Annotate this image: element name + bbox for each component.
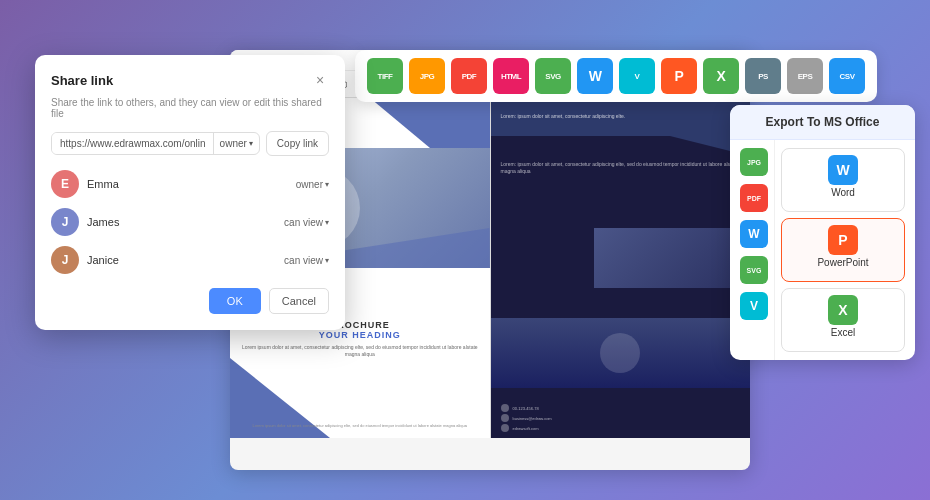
- copy-link-button[interactable]: Copy link: [266, 131, 329, 156]
- format-ps[interactable]: PS: [745, 58, 781, 94]
- user-role-emma[interactable]: owner ▾: [296, 179, 329, 190]
- contact-web: edrawsoft.com: [513, 426, 539, 431]
- export-panel: Export To MS Office JPG PDF W SVG V W Wo…: [730, 105, 915, 360]
- link-row: owner ▾ Copy link: [51, 131, 329, 156]
- export-mini-jpg[interactable]: JPG: [740, 148, 768, 176]
- chevron-down-icon-janice: ▾: [325, 256, 329, 265]
- format-ppt[interactable]: P: [661, 58, 697, 94]
- avatar-james: J: [51, 208, 79, 236]
- brochure-right-top: Lorem: ipsum dolor sit amet, consectetur…: [491, 98, 751, 136]
- avatar-janice: J: [51, 246, 79, 274]
- contact-email: business@edraw.com: [513, 416, 552, 421]
- user-row-emma: E Emma owner ▾: [51, 170, 329, 198]
- chevron-down-icon: ▾: [249, 139, 253, 148]
- user-name-james: James: [87, 216, 276, 228]
- export-panel-content: JPG PDF W SVG V W Word P PowerPoint X Ex…: [730, 140, 915, 360]
- user-row-james: J James can view ▾: [51, 208, 329, 236]
- user-role-janice[interactable]: can view ▾: [284, 255, 329, 266]
- link-input[interactable]: [52, 133, 213, 154]
- powerpoint-label: PowerPoint: [817, 257, 868, 268]
- format-csv[interactable]: CSV: [829, 58, 865, 94]
- email-icon: [501, 414, 509, 422]
- export-powerpoint-option[interactable]: P PowerPoint: [781, 218, 905, 282]
- close-button[interactable]: ×: [311, 71, 329, 89]
- format-jpg[interactable]: JPG: [409, 58, 445, 94]
- link-permission-dropdown[interactable]: owner ▾: [213, 133, 259, 154]
- contact-email-row: business@edraw.com: [501, 414, 741, 422]
- powerpoint-icon: P: [828, 225, 858, 255]
- chevron-down-icon-emma: ▾: [325, 180, 329, 189]
- format-html[interactable]: HTML: [493, 58, 529, 94]
- export-word-option[interactable]: W Word: [781, 148, 905, 212]
- export-right-col: W Word P PowerPoint X Excel: [775, 140, 915, 360]
- format-xls[interactable]: X: [703, 58, 739, 94]
- share-dialog: Share link × Share the link to others, a…: [35, 55, 345, 330]
- contact-info: 00-123-456-78 business@edraw.com edrawso…: [491, 400, 751, 438]
- avatar-emma: E: [51, 170, 79, 198]
- contact-web-row: edrawsoft.com: [501, 424, 741, 432]
- chevron-down-icon-james: ▾: [325, 218, 329, 227]
- word-icon: W: [828, 155, 858, 185]
- user-name-emma: Emma: [87, 178, 288, 190]
- export-mini-word[interactable]: W: [740, 220, 768, 248]
- brochure-right-mid-text: Lorem: ipsum dolor sit amet, consectetur…: [501, 161, 741, 176]
- web-icon: [501, 424, 509, 432]
- word-label: Word: [831, 187, 855, 198]
- brochure-subheading: YOUR HEADING: [240, 330, 480, 340]
- brochure-right-top-text: Lorem: ipsum dolor sit amet, consectetur…: [501, 113, 741, 121]
- format-eps[interactable]: EPS: [787, 58, 823, 94]
- export-mini-visio[interactable]: V: [740, 292, 768, 320]
- format-pdf[interactable]: PDF: [451, 58, 487, 94]
- dialog-title: Share link: [51, 73, 113, 88]
- contact-phone: 00-123-456-78: [513, 406, 539, 411]
- excel-label: Excel: [831, 327, 855, 338]
- link-input-wrap: owner ▾: [51, 132, 260, 155]
- brochure-right: Lorem: ipsum dolor sit amet, consectetur…: [491, 98, 751, 438]
- export-left-col: JPG PDF W SVG V: [730, 140, 775, 360]
- format-toolbar: TIFF JPG PDF HTML SVG W V P X PS EPS CSV: [355, 50, 877, 102]
- format-svg[interactable]: SVG: [535, 58, 571, 94]
- excel-icon: X: [828, 295, 858, 325]
- cancel-button[interactable]: Cancel: [269, 288, 329, 314]
- user-role-james[interactable]: can view ▾: [284, 217, 329, 228]
- ok-button[interactable]: OK: [209, 288, 261, 314]
- format-word[interactable]: W: [577, 58, 613, 94]
- dialog-subtitle: Share the link to others, and they can v…: [51, 97, 329, 119]
- brochure-footer: Lorem ipsum dolor sit amet, consectetur …: [240, 423, 480, 428]
- export-panel-title: Export To MS Office: [730, 105, 915, 140]
- permission-label: owner: [220, 138, 247, 149]
- format-visio[interactable]: V: [619, 58, 655, 94]
- contact-phone-row: 00-123-456-78: [501, 404, 741, 412]
- user-name-janice: Janice: [87, 254, 276, 266]
- dialog-footer: OK Cancel: [51, 288, 329, 314]
- brochure-body: Lorem ipsum dolor at amet, consectetur a…: [240, 344, 480, 358]
- export-mini-pdf[interactable]: PDF: [740, 184, 768, 212]
- export-excel-option[interactable]: X Excel: [781, 288, 905, 352]
- export-mini-svg[interactable]: SVG: [740, 256, 768, 284]
- user-row-janice: J Janice can view ▾: [51, 246, 329, 274]
- phone-icon: [501, 404, 509, 412]
- format-tiff[interactable]: TIFF: [367, 58, 403, 94]
- dialog-header: Share link ×: [51, 71, 329, 89]
